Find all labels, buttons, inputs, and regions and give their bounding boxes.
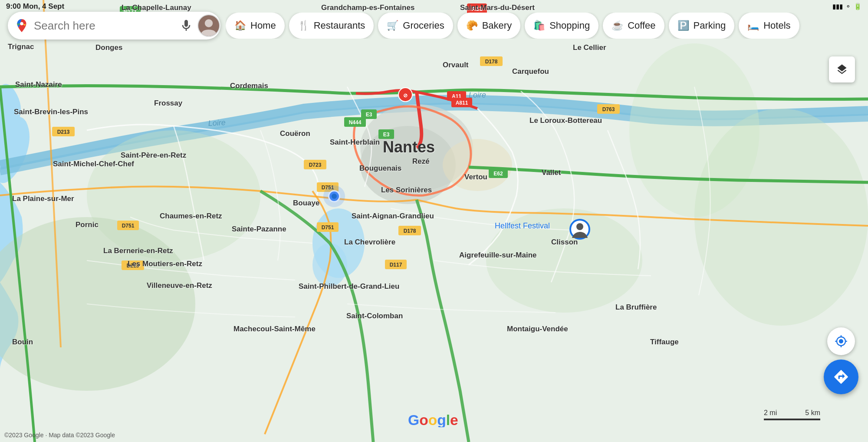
restaurants-icon: 🍴	[298, 20, 309, 31]
scale-metric: 5 km	[805, 409, 820, 417]
search-box[interactable]	[8, 12, 220, 40]
svg-text:D178: D178	[404, 228, 416, 234]
wifi-icon: ⚬	[845, 3, 851, 10]
copyright: ©2023 Google · Map data ©2023 Google	[4, 432, 115, 439]
svg-text:D751: D751	[322, 224, 334, 231]
restaurants-label: Restaurants	[314, 20, 365, 31]
svg-text:Google: Google	[408, 412, 458, 427]
pill-coffee[interactable]: ☕Coffee	[603, 13, 664, 39]
svg-point-11	[694, 109, 868, 326]
location-button[interactable]	[827, 327, 855, 355]
pill-parking[interactable]: 🅿️Parking	[669, 13, 735, 39]
pill-hotels[interactable]: 🛏️Hotels	[739, 13, 799, 39]
layers-button[interactable]	[829, 56, 855, 82]
svg-text:N444: N444	[349, 119, 362, 125]
pill-restaurants[interactable]: 🍴Restaurants	[289, 13, 374, 39]
groceries-label: Groceries	[403, 20, 444, 31]
svg-point-12	[443, 139, 512, 191]
scale-imperial: 2 mi	[764, 409, 777, 417]
search-input[interactable]	[34, 19, 175, 33]
svg-text:D723: D723	[309, 162, 322, 168]
coffee-icon: ☕	[612, 20, 623, 31]
map-container[interactable]: Loire Loire	[0, 0, 868, 442]
coffee-label: Coffee	[628, 20, 655, 31]
hotels-icon: 🛏️	[747, 20, 759, 31]
svg-text:D751: D751	[122, 223, 135, 229]
status-bar: 9:00 Mon, 4 Sept ▮▮▮ ⚬ 🔋	[0, 0, 868, 13]
pill-bakery[interactable]: 🥐Bakery	[457, 13, 520, 39]
svg-text:E62: E62	[493, 171, 503, 177]
svg-point-57	[576, 223, 583, 230]
home-label: Home	[250, 20, 276, 31]
svg-text:D763: D763	[602, 106, 615, 112]
svg-text:D213: D213	[127, 263, 139, 269]
directions-icon	[833, 369, 849, 385]
scale-bar: 2 mi 5 km	[764, 409, 820, 420]
svg-text:D213: D213	[57, 129, 70, 135]
status-time: 9:00 Mon, 4 Sept	[6, 2, 64, 11]
battery-icon: 🔋	[854, 3, 862, 10]
pill-groceries[interactable]: 🛒Groceries	[378, 13, 453, 39]
svg-point-8	[486, 208, 642, 313]
svg-text:⊘: ⊘	[403, 92, 408, 99]
google-brand: Google	[408, 412, 460, 429]
svg-text:A811: A811	[456, 100, 468, 106]
parking-label: Parking	[694, 20, 726, 31]
groceries-icon: 🛒	[387, 20, 398, 31]
home-icon: 🏠	[234, 20, 246, 31]
svg-point-60	[205, 19, 213, 27]
bakery-label: Bakery	[482, 20, 512, 31]
svg-point-6	[360, 126, 456, 204]
svg-point-58	[20, 22, 23, 26]
location-icon	[835, 335, 848, 348]
svg-text:Loire: Loire	[208, 118, 226, 128]
google-maps-logo	[14, 18, 30, 33]
category-pills: 🏠Home🍴Restaurants🛒Groceries🥐Bakery🛍️Shop…	[226, 13, 860, 39]
bakery-icon: 🥐	[466, 20, 478, 31]
shopping-label: Shopping	[549, 20, 590, 31]
parking-icon: 🅿️	[677, 20, 689, 31]
directions-button[interactable]	[824, 360, 858, 394]
signal-icon: ▮▮▮	[832, 3, 843, 10]
status-icons: ▮▮▮ ⚬ 🔋	[832, 3, 862, 10]
svg-text:E3: E3	[366, 112, 372, 118]
svg-text:D178: D178	[485, 59, 498, 65]
hotels-label: Hotels	[763, 20, 790, 31]
svg-text:E3: E3	[383, 132, 390, 138]
svg-text:D117: D117	[390, 262, 402, 268]
pill-shopping[interactable]: 🛍️Shopping	[525, 13, 598, 39]
layers-icon	[836, 63, 848, 76]
microphone-icon[interactable]	[179, 19, 193, 33]
shopping-icon: 🛍️	[533, 20, 545, 31]
svg-point-54	[323, 185, 345, 207]
user-avatar[interactable]	[197, 14, 220, 37]
pill-home[interactable]: 🏠Home	[226, 13, 285, 39]
